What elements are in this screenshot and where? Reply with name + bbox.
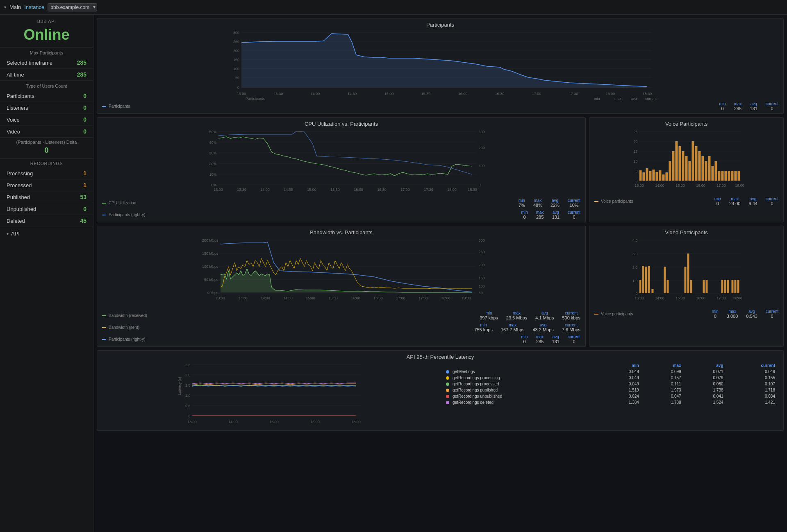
sidebar-row-listeners: Listeners 0 [0,102,93,114]
sidebar-video-value: 0 [83,128,86,135]
svg-rect-89 [669,161,671,181]
api-panel-title: API 95-th Percentile Latency [102,354,778,360]
svg-text:200: 200 [233,49,239,53]
svg-text:17:00: 17:00 [396,296,405,300]
svg-text:0: 0 [188,414,190,418]
svg-text:5: 5 [636,169,638,173]
svg-rect-85 [656,172,658,181]
svg-text:50 Mbps: 50 Mbps [204,278,218,282]
bw-recv-label: Bandwidth (received) [109,313,147,318]
sidebar-unpublished-label: Unpublished [7,206,36,212]
svg-rect-92 [679,146,681,181]
svg-text:20%: 20% [209,162,217,166]
svg-text:13:00: 13:00 [187,420,197,424]
svg-text:200 Mbps: 200 Mbps [202,238,218,242]
bw-sent-dot [102,327,106,328]
video-chart-svg: 4.0 3.0 2.0 1.0 0 13:00 14:00 15:00 16:0… [594,238,778,308]
svg-rect-109 [735,171,737,181]
api-panel: API 95-th Percentile Latency 2.5 2.0 1.5 [97,350,784,431]
cpu-participants-label: Participants (right-y) [109,213,145,217]
svg-text:18:00: 18:00 [606,92,615,96]
svg-text:13:30: 13:30 [274,92,283,96]
svg-text:13:00: 13:00 [216,296,225,300]
svg-rect-101 [708,156,711,181]
svg-rect-98 [698,151,701,181]
svg-rect-99 [702,156,704,181]
svg-text:300: 300 [479,130,485,134]
svg-text:17:00: 17:00 [716,183,726,188]
instance-select-wrap[interactable]: bbb.example.com [48,3,97,11]
svg-text:17:30: 17:30 [419,296,428,300]
svg-text:50: 50 [235,76,239,80]
svg-text:100: 100 [233,67,239,71]
svg-text:17:00: 17:00 [400,188,410,192]
svg-text:16:30: 16:30 [495,92,505,96]
sidebar-api-label: BBB API [0,15,93,25]
sidebar-row-all-time: All time 285 [0,69,93,81]
api-row-max: 1.973 [642,387,685,393]
api-table-row: getMeetings 0.049 0.099 0.071 0.049 [443,369,778,375]
sidebar-api-section[interactable]: ▾ API [0,227,93,238]
svg-text:17:00: 17:00 [532,92,541,96]
sidebar-published-value: 53 [80,194,86,200]
api-row-label: getRecordings deleted [443,399,600,405]
svg-text:16:00: 16:00 [458,92,468,96]
sidebar-status: Online [0,25,93,48]
svg-text:15:00: 15:00 [306,296,315,300]
svg-text:100: 100 [479,164,485,168]
bw-sent-label: Bandwidth (sent) [109,325,139,330]
sidebar-row-processing: Processing 1 [0,168,93,179]
api-table-header-min: min [600,362,642,369]
svg-text:16:00: 16:00 [696,183,705,188]
svg-rect-171 [727,280,729,293]
chevron-icon-api: ▾ [7,231,9,236]
sidebar-row-published: Published 53 [0,191,93,203]
svg-rect-170 [724,280,726,293]
bw-recv-dot [102,315,106,316]
api-latency-chart-svg: 2.5 2.0 1.5 1.0 0.5 0 13:00 14:00 15:00 … [102,362,438,428]
api-row-avg: 0.071 [685,369,727,375]
svg-text:current: current [645,97,657,100]
api-row-avg: 0.080 [685,381,727,387]
svg-text:13:30: 13:30 [238,296,248,300]
svg-rect-93 [682,151,685,181]
svg-text:15:00: 15:00 [269,420,279,424]
sidebar-deleted-value: 45 [80,217,86,224]
svg-text:2.0: 2.0 [185,373,191,377]
api-row-avg: 1.524 [685,399,727,405]
svg-text:150 Mbps: 150 Mbps [202,251,218,256]
video-legend-label: Voice participants [601,312,633,316]
sidebar-voice-value: 0 [83,116,86,123]
api-row-min: 0.049 [600,369,642,375]
sidebar-row-deleted: Deleted 45 [0,215,93,227]
svg-rect-165 [687,254,689,293]
svg-rect-175 [192,364,360,416]
voice-legend-label: Voice participants [601,199,633,204]
svg-text:0%: 0% [212,183,217,187]
svg-rect-108 [731,171,734,181]
api-table-header-label [443,362,600,369]
instance-select[interactable]: bbb.example.com [48,3,97,11]
svg-text:1.0: 1.0 [632,279,638,283]
svg-rect-174 [737,280,739,293]
svg-text:13:00: 13:00 [237,92,246,96]
svg-text:15:00: 15:00 [307,188,316,192]
sidebar-delta-header: (Participants - Listeners) Delta [0,138,93,145]
svg-text:13:30: 13:30 [237,188,246,192]
svg-text:30%: 30% [209,151,217,155]
api-table-header-max: max [642,362,685,369]
svg-rect-87 [662,174,665,181]
svg-text:14:00: 14:00 [655,296,664,300]
svg-text:18:00: 18:00 [447,188,457,192]
sidebar-video-label: Video [7,129,20,135]
participants-legend-min: 0 [721,106,723,111]
sidebar-selected-timeframe-label: Selected timeframe [7,60,52,66]
svg-rect-157 [639,280,641,293]
nav-main-label: Main [9,4,21,10]
svg-text:300: 300 [233,31,239,35]
svg-rect-105 [721,171,724,181]
svg-text:16:00: 16:00 [354,188,363,192]
svg-rect-164 [685,267,687,293]
voice-legend-row: Voice participants min0 max24.00 avg9.44… [594,197,778,206]
svg-rect-83 [649,171,652,181]
